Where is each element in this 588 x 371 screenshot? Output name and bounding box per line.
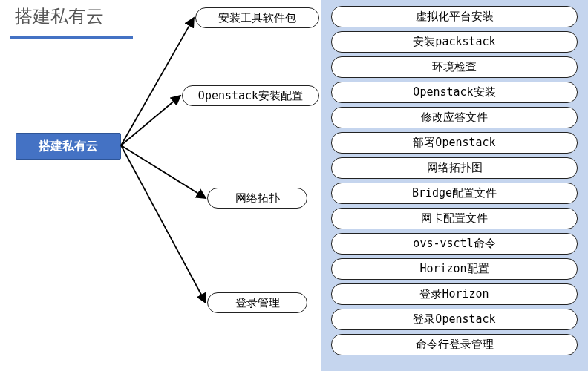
mid-node: 安装工具软件包 — [195, 7, 319, 28]
leaf-node: 登录Openstack — [331, 309, 578, 330]
leaf-node: 环境检查 — [331, 56, 578, 78]
leaf-node: 命令行登录管理 — [331, 334, 578, 355]
leaf-node: 修改应答文件 — [331, 107, 578, 128]
leaf-column: 虚拟化平台安装安装packstack环境检查Openstack安装修改应答文件部… — [321, 0, 588, 371]
page-title-block: 搭建私有云 — [10, 4, 137, 39]
title-underline — [10, 36, 133, 39]
leaf-node: ovs-vsctl命令 — [331, 233, 578, 255]
leaf-node: 虚拟化平台安装 — [331, 6, 578, 27]
leaf-node: 部署Openstack — [331, 132, 578, 154]
mid-node: 登录管理 — [207, 292, 307, 313]
svg-line-2 — [121, 96, 180, 145]
leaf-node: 登录Horizon — [331, 283, 578, 305]
leaf-node: Bridge配置文件 — [331, 183, 578, 204]
svg-line-3 — [121, 145, 206, 198]
leaf-node: 网络拓扑图 — [331, 157, 578, 179]
svg-line-4 — [121, 145, 206, 303]
mid-node: Openstack安装配置 — [182, 85, 319, 106]
leaf-node: 安装packstack — [331, 31, 578, 53]
leaf-node: Openstack安装 — [331, 82, 578, 103]
root-node: 搭建私有云 — [16, 133, 121, 160]
leaf-node: 网卡配置文件 — [331, 208, 578, 229]
mid-node: 网络拓扑 — [207, 188, 307, 209]
page-title: 搭建私有云 — [10, 4, 137, 28]
leaf-node: Horizon配置 — [331, 258, 578, 280]
